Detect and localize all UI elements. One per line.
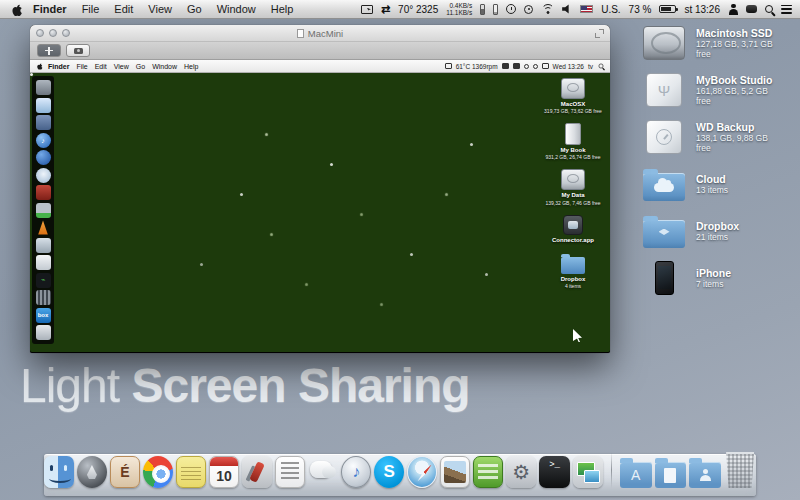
dock-trash-icon[interactable]: [724, 452, 756, 488]
dock-terminal-icon[interactable]: >_: [539, 456, 569, 488]
remote-monitor-icon[interactable]: [502, 63, 509, 69]
screen-sharing-icon[interactable]: [361, 5, 373, 14]
user-switch-icon[interactable]: [728, 4, 738, 15]
external-drive-icon: [565, 123, 581, 145]
desktop-icon-macintosh-ssd[interactable]: Macintosh SSD127,18 GB, 3,71 GB free: [642, 24, 782, 62]
remote-dock-finder-icon[interactable]: [36, 80, 51, 95]
dock-users-folder-icon[interactable]: [689, 462, 721, 488]
remote-dock-trash-icon[interactable]: [36, 325, 51, 340]
dock-applications-folder-icon[interactable]: A: [620, 462, 652, 488]
remote-icon-connector[interactable]: Connector.app: [540, 215, 606, 244]
remote-wifi-icon[interactable]: [542, 63, 549, 69]
disk-gauge-icon[interactable]: [493, 4, 498, 15]
remote-apple-menu-icon[interactable]: [37, 62, 43, 70]
dock-finder-icon[interactable]: [44, 456, 74, 488]
window-titlebar[interactable]: MacMini: [30, 25, 610, 42]
remote-screens-icon[interactable]: [513, 63, 520, 69]
resize-icon[interactable]: [595, 29, 604, 38]
remote-menu-window[interactable]: Window: [152, 63, 177, 70]
desktop-icon-dropbox[interactable]: Dropbox21 items: [642, 212, 782, 250]
notification-center-icon[interactable]: [781, 5, 792, 14]
remote-dock-activity-icon[interactable]: [36, 273, 51, 288]
fullscreen-button[interactable]: [37, 44, 61, 57]
remote-temp-fan-status[interactable]: 61°C 1369rpm: [456, 63, 498, 70]
menu-finder[interactable]: Finder: [33, 3, 67, 15]
input-source-label[interactable]: U.S.: [601, 4, 620, 15]
dock-stickies-icon[interactable]: [176, 456, 206, 488]
network-speed-status[interactable]: 0.4KB/s 11.1KB/s: [446, 2, 472, 17]
desktop-icon-mybook-studio[interactable]: Ψ MyBook Studio161,88 GB, 5,2 GB free: [642, 71, 782, 109]
remote-dock-utility-icon[interactable]: [36, 203, 51, 218]
sync-icon[interactable]: ⇄: [381, 3, 390, 16]
dock-messages-icon[interactable]: [308, 456, 338, 488]
remote-dock-frontrow-icon[interactable]: [36, 185, 51, 200]
remote-dock-safari-icon[interactable]: [36, 168, 51, 183]
dock-screen-sharing-icon[interactable]: [573, 456, 603, 488]
dock-launchpad-icon[interactable]: [77, 456, 107, 488]
remote-menu-finder[interactable]: Finder: [48, 63, 69, 70]
remote-user-label[interactable]: tv: [588, 63, 593, 70]
dock-chrome-icon[interactable]: [143, 456, 173, 488]
remote-dock-remote-icon[interactable]: [36, 255, 51, 270]
menu-window[interactable]: Window: [217, 3, 256, 15]
remote-desktop[interactable]: ♪ box MacOSX 319,73 GB, 73,62 GB free: [30, 73, 610, 352]
remote-display-icon[interactable]: [445, 63, 452, 69]
dock-calendar-icon[interactable]: 10: [209, 456, 239, 488]
remote-menu-edit[interactable]: Edit: [95, 63, 107, 70]
remote-dock-preview-icon[interactable]: [36, 98, 51, 113]
dock-caffeine-icon[interactable]: É: [110, 456, 140, 488]
wifi-icon[interactable]: [541, 4, 554, 14]
apple-menu-icon[interactable]: [12, 3, 23, 16]
battery-icon[interactable]: [659, 5, 676, 14]
remote-dock-camera-icon[interactable]: [36, 238, 51, 253]
desktop-icon-wd-backup[interactable]: WD Backup138,1 GB, 9,88 GB free: [642, 118, 782, 156]
remote-icon-macosx[interactable]: MacOSX 319,73 GB, 73,62 GB free: [540, 78, 606, 114]
dock-utility-icon[interactable]: [242, 456, 272, 488]
spotlight-icon[interactable]: [765, 5, 773, 13]
dock-documents-folder-icon[interactable]: [655, 462, 687, 488]
remote-menu-help[interactable]: Help: [184, 63, 198, 70]
location-icon[interactable]: [524, 5, 533, 14]
remote-dock-display-icon[interactable]: [36, 115, 51, 130]
menu-edit[interactable]: Edit: [114, 3, 133, 15]
remote-dock-box-icon[interactable]: box: [36, 308, 51, 323]
remote-menu-bar: Finder File Edit View Go Window Help 61°…: [30, 60, 610, 73]
dock-itunes-icon[interactable]: ♪: [341, 456, 371, 488]
menubar-clock[interactable]: st 13:26: [684, 4, 720, 15]
menu-go[interactable]: Go: [187, 3, 202, 15]
remote-cursor-icon: [573, 329, 582, 342]
desktop-icon-iphone[interactable]: iPhone7 items: [642, 259, 782, 297]
screenshot-button[interactable]: [66, 44, 90, 57]
remote-menu-file[interactable]: File: [76, 63, 87, 70]
dock-safari-icon[interactable]: [407, 456, 437, 488]
dock-notes-app-icon[interactable]: [473, 456, 503, 488]
dock-preview-icon[interactable]: [440, 456, 470, 488]
menu-file[interactable]: File: [82, 3, 100, 15]
remote-icon-dropbox[interactable]: Dropbox 4 items: [540, 253, 606, 289]
time-machine-icon[interactable]: [506, 4, 516, 14]
temp-fan-status[interactable]: 70° 2325: [398, 4, 438, 15]
remote-time-machine-icon[interactable]: [524, 64, 529, 69]
remote-dock-browser-icon[interactable]: [36, 150, 51, 165]
remote-spotlight-icon[interactable]: [599, 64, 604, 69]
dock-reminders-icon[interactable]: [275, 456, 305, 488]
remote-dock-vent-icon[interactable]: [36, 290, 51, 305]
input-flag-icon[interactable]: [580, 5, 593, 13]
menu-view[interactable]: View: [148, 3, 172, 15]
dock-system-preferences-icon[interactable]: ⚙: [506, 456, 536, 488]
remote-menu-view[interactable]: View: [114, 63, 129, 70]
desktop-icon-cloud[interactable]: Cloud13 items: [642, 165, 782, 203]
remote-dock-itunes-icon[interactable]: ♪: [36, 133, 51, 148]
app-icon: [563, 215, 583, 235]
dock-skype-icon[interactable]: S: [374, 456, 404, 488]
fan-icon[interactable]: [746, 5, 757, 13]
memory-gauge-icon[interactable]: [480, 4, 485, 15]
menu-help[interactable]: Help: [271, 3, 294, 15]
remote-icon-mybook[interactable]: My Book 931,2 GB, 26,74 GB free: [540, 123, 606, 160]
remote-dock-vlc-icon[interactable]: [36, 220, 51, 235]
volume-icon[interactable]: [562, 4, 572, 14]
remote-location-icon[interactable]: [533, 64, 538, 69]
remote-icon-mydata[interactable]: My Data 139,32 GB, 7,46 GB free: [540, 169, 606, 205]
remote-clock[interactable]: Wed 13:26: [553, 63, 584, 70]
remote-menu-go[interactable]: Go: [136, 63, 145, 70]
